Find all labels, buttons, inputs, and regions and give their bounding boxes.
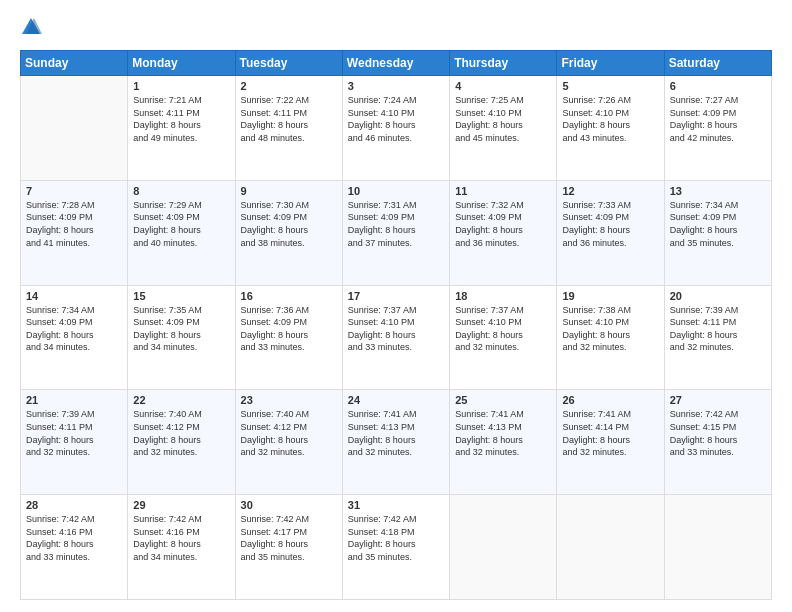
day-number: 28: [26, 499, 122, 511]
day-info: Sunrise: 7:37 AM Sunset: 4:10 PM Dayligh…: [348, 304, 444, 354]
day-cell: 13Sunrise: 7:34 AM Sunset: 4:09 PM Dayli…: [664, 180, 771, 285]
day-cell: 16Sunrise: 7:36 AM Sunset: 4:09 PM Dayli…: [235, 285, 342, 390]
day-number: 5: [562, 80, 658, 92]
day-number: 9: [241, 185, 337, 197]
col-header-monday: Monday: [128, 51, 235, 76]
day-number: 17: [348, 290, 444, 302]
day-cell: 1Sunrise: 7:21 AM Sunset: 4:11 PM Daylig…: [128, 76, 235, 181]
col-header-sunday: Sunday: [21, 51, 128, 76]
day-number: 15: [133, 290, 229, 302]
day-cell: 10Sunrise: 7:31 AM Sunset: 4:09 PM Dayli…: [342, 180, 449, 285]
day-cell: 28Sunrise: 7:42 AM Sunset: 4:16 PM Dayli…: [21, 495, 128, 600]
day-info: Sunrise: 7:34 AM Sunset: 4:09 PM Dayligh…: [26, 304, 122, 354]
day-info: Sunrise: 7:42 AM Sunset: 4:16 PM Dayligh…: [26, 513, 122, 563]
day-number: 6: [670, 80, 766, 92]
week-row-2: 7Sunrise: 7:28 AM Sunset: 4:09 PM Daylig…: [21, 180, 772, 285]
day-info: Sunrise: 7:42 AM Sunset: 4:17 PM Dayligh…: [241, 513, 337, 563]
week-row-5: 28Sunrise: 7:42 AM Sunset: 4:16 PM Dayli…: [21, 495, 772, 600]
day-info: Sunrise: 7:28 AM Sunset: 4:09 PM Dayligh…: [26, 199, 122, 249]
day-info: Sunrise: 7:26 AM Sunset: 4:10 PM Dayligh…: [562, 94, 658, 144]
day-info: Sunrise: 7:32 AM Sunset: 4:09 PM Dayligh…: [455, 199, 551, 249]
day-info: Sunrise: 7:35 AM Sunset: 4:09 PM Dayligh…: [133, 304, 229, 354]
day-cell: [21, 76, 128, 181]
day-number: 10: [348, 185, 444, 197]
day-info: Sunrise: 7:36 AM Sunset: 4:09 PM Dayligh…: [241, 304, 337, 354]
day-info: Sunrise: 7:40 AM Sunset: 4:12 PM Dayligh…: [133, 408, 229, 458]
day-cell: 25Sunrise: 7:41 AM Sunset: 4:13 PM Dayli…: [450, 390, 557, 495]
day-cell: 17Sunrise: 7:37 AM Sunset: 4:10 PM Dayli…: [342, 285, 449, 390]
day-cell: 29Sunrise: 7:42 AM Sunset: 4:16 PM Dayli…: [128, 495, 235, 600]
day-number: 19: [562, 290, 658, 302]
day-number: 13: [670, 185, 766, 197]
day-cell: 18Sunrise: 7:37 AM Sunset: 4:10 PM Dayli…: [450, 285, 557, 390]
logo-icon: [20, 16, 42, 38]
day-number: 18: [455, 290, 551, 302]
day-cell: 20Sunrise: 7:39 AM Sunset: 4:11 PM Dayli…: [664, 285, 771, 390]
col-header-tuesday: Tuesday: [235, 51, 342, 76]
day-number: 27: [670, 394, 766, 406]
day-number: 24: [348, 394, 444, 406]
calendar-table: SundayMondayTuesdayWednesdayThursdayFrid…: [20, 50, 772, 600]
day-info: Sunrise: 7:22 AM Sunset: 4:11 PM Dayligh…: [241, 94, 337, 144]
day-info: Sunrise: 7:34 AM Sunset: 4:09 PM Dayligh…: [670, 199, 766, 249]
day-info: Sunrise: 7:25 AM Sunset: 4:10 PM Dayligh…: [455, 94, 551, 144]
page: SundayMondayTuesdayWednesdayThursdayFrid…: [0, 0, 792, 612]
day-number: 26: [562, 394, 658, 406]
day-cell: 19Sunrise: 7:38 AM Sunset: 4:10 PM Dayli…: [557, 285, 664, 390]
day-cell: 7Sunrise: 7:28 AM Sunset: 4:09 PM Daylig…: [21, 180, 128, 285]
day-cell: 5Sunrise: 7:26 AM Sunset: 4:10 PM Daylig…: [557, 76, 664, 181]
day-cell: 9Sunrise: 7:30 AM Sunset: 4:09 PM Daylig…: [235, 180, 342, 285]
day-number: 31: [348, 499, 444, 511]
day-info: Sunrise: 7:42 AM Sunset: 4:15 PM Dayligh…: [670, 408, 766, 458]
day-info: Sunrise: 7:31 AM Sunset: 4:09 PM Dayligh…: [348, 199, 444, 249]
day-cell: 15Sunrise: 7:35 AM Sunset: 4:09 PM Dayli…: [128, 285, 235, 390]
day-number: 22: [133, 394, 229, 406]
day-number: 14: [26, 290, 122, 302]
day-info: Sunrise: 7:27 AM Sunset: 4:09 PM Dayligh…: [670, 94, 766, 144]
day-number: 8: [133, 185, 229, 197]
day-number: 29: [133, 499, 229, 511]
day-cell: 6Sunrise: 7:27 AM Sunset: 4:09 PM Daylig…: [664, 76, 771, 181]
day-cell: 11Sunrise: 7:32 AM Sunset: 4:09 PM Dayli…: [450, 180, 557, 285]
day-info: Sunrise: 7:42 AM Sunset: 4:18 PM Dayligh…: [348, 513, 444, 563]
header-row: SundayMondayTuesdayWednesdayThursdayFrid…: [21, 51, 772, 76]
day-info: Sunrise: 7:24 AM Sunset: 4:10 PM Dayligh…: [348, 94, 444, 144]
day-cell: 24Sunrise: 7:41 AM Sunset: 4:13 PM Dayli…: [342, 390, 449, 495]
col-header-wednesday: Wednesday: [342, 51, 449, 76]
day-cell: 2Sunrise: 7:22 AM Sunset: 4:11 PM Daylig…: [235, 76, 342, 181]
day-cell: [557, 495, 664, 600]
day-info: Sunrise: 7:39 AM Sunset: 4:11 PM Dayligh…: [670, 304, 766, 354]
day-cell: 21Sunrise: 7:39 AM Sunset: 4:11 PM Dayli…: [21, 390, 128, 495]
day-info: Sunrise: 7:39 AM Sunset: 4:11 PM Dayligh…: [26, 408, 122, 458]
header: [20, 18, 772, 38]
day-info: Sunrise: 7:41 AM Sunset: 4:13 PM Dayligh…: [348, 408, 444, 458]
day-cell: 27Sunrise: 7:42 AM Sunset: 4:15 PM Dayli…: [664, 390, 771, 495]
day-cell: [450, 495, 557, 600]
day-info: Sunrise: 7:40 AM Sunset: 4:12 PM Dayligh…: [241, 408, 337, 458]
day-number: 25: [455, 394, 551, 406]
week-row-1: 1Sunrise: 7:21 AM Sunset: 4:11 PM Daylig…: [21, 76, 772, 181]
day-number: 7: [26, 185, 122, 197]
day-info: Sunrise: 7:37 AM Sunset: 4:10 PM Dayligh…: [455, 304, 551, 354]
day-number: 20: [670, 290, 766, 302]
day-cell: 30Sunrise: 7:42 AM Sunset: 4:17 PM Dayli…: [235, 495, 342, 600]
day-number: 23: [241, 394, 337, 406]
day-cell: 31Sunrise: 7:42 AM Sunset: 4:18 PM Dayli…: [342, 495, 449, 600]
day-info: Sunrise: 7:21 AM Sunset: 4:11 PM Dayligh…: [133, 94, 229, 144]
day-number: 11: [455, 185, 551, 197]
day-number: 3: [348, 80, 444, 92]
col-header-saturday: Saturday: [664, 51, 771, 76]
day-number: 2: [241, 80, 337, 92]
day-number: 12: [562, 185, 658, 197]
day-number: 30: [241, 499, 337, 511]
day-info: Sunrise: 7:42 AM Sunset: 4:16 PM Dayligh…: [133, 513, 229, 563]
day-cell: 8Sunrise: 7:29 AM Sunset: 4:09 PM Daylig…: [128, 180, 235, 285]
day-cell: [664, 495, 771, 600]
day-cell: 26Sunrise: 7:41 AM Sunset: 4:14 PM Dayli…: [557, 390, 664, 495]
day-info: Sunrise: 7:30 AM Sunset: 4:09 PM Dayligh…: [241, 199, 337, 249]
day-cell: 14Sunrise: 7:34 AM Sunset: 4:09 PM Dayli…: [21, 285, 128, 390]
day-number: 16: [241, 290, 337, 302]
day-info: Sunrise: 7:33 AM Sunset: 4:09 PM Dayligh…: [562, 199, 658, 249]
day-cell: 23Sunrise: 7:40 AM Sunset: 4:12 PM Dayli…: [235, 390, 342, 495]
day-number: 4: [455, 80, 551, 92]
